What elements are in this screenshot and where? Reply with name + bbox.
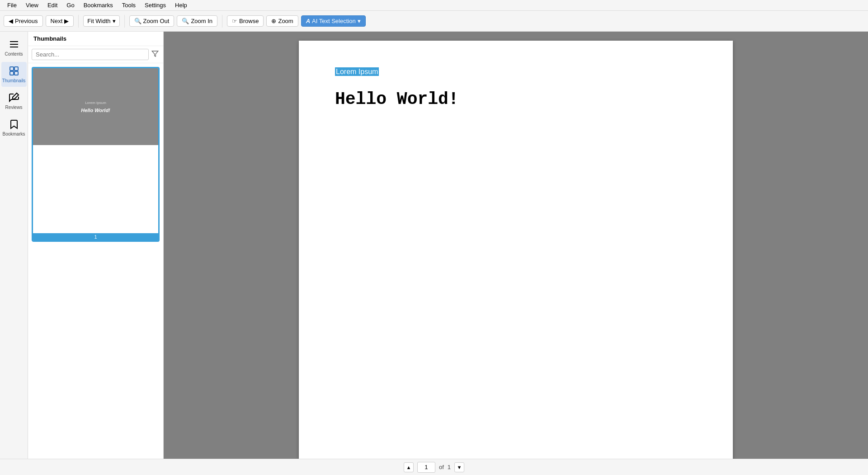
browse-icon: ☞ xyxy=(232,18,237,24)
zoom-in-icon: 🔍 xyxy=(182,18,189,24)
fit-width-chevron-icon: ▾ xyxy=(113,18,116,24)
menu-help[interactable]: Help xyxy=(171,1,191,9)
zoom-in-button[interactable]: 🔍 Zoom In xyxy=(177,15,217,27)
main-content: Contents Thumbnails Reviews Bookmarks xyxy=(0,32,868,459)
thumbnail-lorem-text: Lorem Ipsum xyxy=(85,101,106,105)
current-page-input[interactable] xyxy=(417,462,435,473)
sidebar-item-reviews[interactable]: Reviews xyxy=(1,89,27,113)
thumbnail-white-section xyxy=(33,145,158,233)
sidebar-item-bookmarks[interactable]: Bookmarks xyxy=(1,115,27,140)
filter-icon[interactable] xyxy=(151,49,160,60)
bookmarks-icon xyxy=(9,119,19,130)
thumbnails-list: Lorem Ipsum Hello World! 1 xyxy=(28,63,163,459)
text-selection-button[interactable]: A AI Text Selection ▾ xyxy=(301,15,366,27)
next-label: Next xyxy=(51,18,63,24)
thumbnails-title: Thumbnails xyxy=(33,35,66,42)
zoom-out-icon: 🔍 xyxy=(134,18,142,24)
fit-width-select[interactable]: Fit Width ▾ xyxy=(83,15,119,27)
next-icon: ▶ xyxy=(64,18,69,24)
menu-bar: File View Edit Go Bookmarks Tools Settin… xyxy=(0,0,868,11)
thumbnail-page-content: Lorem Ipsum Hello World! xyxy=(33,68,158,233)
reviews-icon xyxy=(9,92,19,103)
zoom-in-label: Zoom In xyxy=(191,18,212,24)
svg-rect-5 xyxy=(10,71,14,75)
separator-1 xyxy=(78,15,79,28)
bookmarks-label: Bookmarks xyxy=(3,132,25,136)
total-pages-label: 1 xyxy=(448,464,451,470)
text-selection-chevron-icon: ▾ xyxy=(358,18,361,24)
menu-edit[interactable]: Edit xyxy=(44,1,61,9)
svg-rect-4 xyxy=(14,67,18,71)
zoom-out-label: Zoom Out xyxy=(143,18,170,24)
previous-label: Previous xyxy=(15,18,38,24)
thumbnails-search-bar xyxy=(28,46,163,63)
toolbar: ◀ Previous Next ▶ Fit Width ▾ 🔍 Zoom Out… xyxy=(0,11,868,32)
browse-button[interactable]: ☞ Browse xyxy=(227,15,264,27)
zoom-icon: ⊕ xyxy=(271,18,276,24)
separator-3 xyxy=(222,15,222,28)
zoom-label: Zoom xyxy=(278,18,293,24)
thumbnails-panel: Thumbnails Lorem Ipsum Hello World! 1 xyxy=(28,32,164,459)
contents-icon xyxy=(9,39,19,50)
sidebar-icons: Contents Thumbnails Reviews Bookmarks xyxy=(0,32,28,459)
svg-rect-3 xyxy=(10,67,14,71)
pdf-viewer[interactable]: Lorem Ipsum Hello World! xyxy=(164,32,868,459)
bottom-navigation: ▲ of 1 ▼ xyxy=(0,459,868,475)
thumbnail-hello-text: Hello World! xyxy=(81,108,110,113)
svg-marker-7 xyxy=(152,51,158,56)
menu-tools[interactable]: Tools xyxy=(118,1,139,9)
thumbnails-label: Thumbnails xyxy=(2,78,26,83)
menu-bookmarks[interactable]: Bookmarks xyxy=(80,1,117,9)
page-down-button[interactable]: ▼ xyxy=(454,462,464,472)
previous-icon: ◀ xyxy=(9,18,13,24)
reviews-label: Reviews xyxy=(5,105,23,110)
previous-button[interactable]: ◀ Previous xyxy=(4,15,43,27)
menu-go[interactable]: Go xyxy=(63,1,78,9)
sidebar-item-thumbnails[interactable]: Thumbnails xyxy=(1,62,27,87)
text-selection-icon: A xyxy=(306,18,310,24)
separator-2 xyxy=(124,15,125,28)
pdf-page: Lorem Ipsum Hello World! xyxy=(299,41,733,459)
menu-view[interactable]: View xyxy=(22,1,42,9)
page-up-button[interactable]: ▲ xyxy=(404,462,414,472)
search-input[interactable] xyxy=(32,49,149,60)
menu-settings[interactable]: Settings xyxy=(141,1,170,9)
svg-rect-6 xyxy=(14,71,18,75)
sidebar-item-contents[interactable]: Contents xyxy=(1,35,27,60)
hello-world-text: Hello World! xyxy=(335,89,697,109)
thumbnail-page-number: 1 xyxy=(33,233,158,240)
lorem-ipsum-text: Lorem Ipsum xyxy=(335,68,697,76)
zoom-out-button[interactable]: 🔍 Zoom Out xyxy=(129,15,175,27)
thumbnail-gray-section: Lorem Ipsum Hello World! xyxy=(33,68,158,145)
menu-file[interactable]: File xyxy=(4,1,20,9)
text-selection-label: AI Text Selection xyxy=(312,18,356,24)
selected-text-highlight: Lorem Ipsum xyxy=(335,67,379,76)
next-button[interactable]: Next ▶ xyxy=(46,15,74,27)
thumbnails-header: Thumbnails xyxy=(28,32,163,46)
contents-label: Contents xyxy=(5,52,23,56)
page-of-label: of xyxy=(439,464,444,470)
browse-label: Browse xyxy=(239,18,259,24)
fit-width-label: Fit Width xyxy=(87,18,110,24)
thumbnails-icon xyxy=(9,66,19,76)
zoom-button[interactable]: ⊕ Zoom xyxy=(266,15,298,27)
thumbnail-page-1[interactable]: Lorem Ipsum Hello World! 1 xyxy=(32,67,160,242)
